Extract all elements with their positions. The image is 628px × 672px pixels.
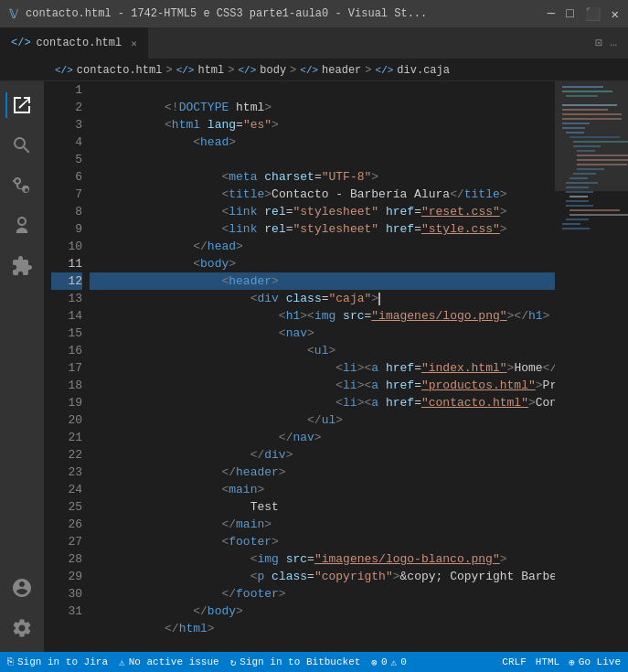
bitbucket-icon: ↻ [230, 656, 237, 668]
status-errors[interactable]: ⊗ 0 ⚠ 0 [371, 656, 406, 668]
warning-icon: ⚠ [119, 656, 125, 668]
status-eol[interactable]: CRLF [502, 656, 526, 668]
breadcrumb: </> contacto.html > </> html > </> body … [0, 59, 628, 81]
activity-explorer[interactable] [5, 89, 38, 122]
tab-filename: contacto.html [37, 37, 122, 49]
status-bitbucket[interactable]: ↻ Sign in to Bitbucket [230, 656, 361, 668]
eol-label: CRLF [502, 656, 526, 667]
svg-rect-24 [566, 200, 589, 202]
status-jira[interactable]: ⎘ Sign in to Jira [7, 656, 108, 667]
code-line: <meta charset="UTF-8"> [90, 151, 555, 168]
breadcrumb-item-1[interactable]: contacto.html [77, 64, 163, 77]
svg-rect-29 [562, 223, 580, 225]
titlebar: 𝕍 contacto.html - 1742-HTML5 e CSS3 part… [0, 0, 628, 27]
more-actions-icon[interactable]: … [610, 36, 617, 50]
window-controls[interactable]: ─ □ ⬛ ✕ [548, 6, 619, 22]
line-numbers: 1 2 3 4 5 6 7 8 9 10 11 12 13 14 15 16 1… [44, 81, 90, 652]
editor-panel[interactable]: 1 2 3 4 5 6 7 8 9 10 11 12 13 14 15 16 1… [44, 81, 628, 652]
breadcrumb-icon-2: </> [176, 65, 195, 76]
minimize-button[interactable]: ─ [548, 6, 555, 22]
activity-settings[interactable] [5, 612, 38, 645]
minimap-viewport [555, 81, 628, 191]
tab-close-button[interactable]: ✕ [131, 37, 137, 49]
breadcrumb-sep-2: > [228, 64, 234, 77]
breadcrumb-item-5[interactable]: div.caja [397, 64, 450, 77]
status-golive[interactable]: ⊕ Go Live [569, 656, 621, 668]
breadcrumb-sep-1: > [165, 64, 172, 77]
svg-rect-22 [566, 191, 593, 193]
breadcrumb-sep-3: > [290, 64, 296, 77]
editor-container: 1 2 3 4 5 6 7 8 9 10 11 12 13 14 15 16 1… [0, 81, 628, 652]
tabbar: </> contacto.html ✕ ⊡ … [0, 27, 628, 59]
jira-label: Sign in to Jira [17, 656, 108, 667]
activity-bar [0, 81, 44, 652]
jira-icon: ⎘ [7, 656, 14, 667]
split-editor-icon[interactable]: ⊡ [595, 36, 602, 50]
svg-rect-25 [566, 205, 593, 207]
code-editor[interactable]: <!DOCTYPE html> <html lang="es"> <head> … [90, 81, 555, 652]
svg-rect-27 [569, 214, 628, 216]
breadcrumb-icon-3: </> [238, 65, 256, 76]
svg-rect-30 [562, 228, 590, 229]
activity-extensions[interactable] [5, 250, 38, 283]
statusbar: ⎘ Sign in to Jira ⚠ No active issue ↻ Si… [0, 652, 628, 672]
code-line: <!DOCTYPE html> [90, 81, 555, 99]
bitbucket-label: Sign in to Bitbucket [239, 656, 360, 667]
window-title: contacto.html - 1742-HTML5 e CSS3 parte1… [26, 7, 540, 20]
status-language[interactable]: HTML [536, 656, 559, 668]
error-icon: ⊗ [371, 656, 378, 668]
activity-debug[interactable] [5, 209, 38, 242]
breadcrumb-icon-5: </> [376, 65, 394, 76]
breadcrumb-item-2[interactable]: html [197, 64, 224, 77]
language-label: HTML [536, 656, 559, 667]
close-button[interactable]: ✕ [612, 6, 619, 22]
status-right: CRLF HTML ⊕ Go Live [502, 656, 621, 668]
issues-label: No active issue [129, 656, 219, 667]
activity-account[interactable] [5, 571, 38, 604]
activity-search[interactable] [5, 129, 38, 162]
maximize-button[interactable]: □ [566, 6, 573, 22]
svg-rect-23 [569, 196, 588, 197]
minimap[interactable] [555, 81, 628, 652]
code-area[interactable]: 1 2 3 4 5 6 7 8 9 10 11 12 13 14 15 16 1… [44, 81, 628, 652]
breadcrumb-icon-4: </> [300, 65, 318, 76]
activity-source-control[interactable] [5, 169, 38, 202]
tab-file-icon: </> [11, 37, 31, 49]
warning-count: 0 [400, 656, 407, 667]
breadcrumb-item-3[interactable]: body [260, 64, 286, 77]
warning-icon2: ⚠ [391, 656, 398, 668]
svg-rect-26 [569, 209, 620, 211]
svg-rect-28 [566, 219, 589, 220]
breadcrumb-sep-4: > [365, 64, 371, 77]
vscode-icon: 𝕍 [9, 6, 18, 22]
restore-button[interactable]: ⬛ [585, 6, 601, 22]
breadcrumb-icon-1: </> [55, 65, 73, 76]
activity-bottom [5, 571, 38, 652]
golive-icon: ⊕ [569, 656, 575, 668]
golive-label: Go Live [579, 656, 621, 667]
breadcrumb-item-4[interactable]: header [322, 64, 361, 77]
tab-bar-actions[interactable]: ⊡ … [595, 36, 628, 50]
status-issues[interactable]: ⚠ No active issue [119, 656, 219, 668]
editor-tab[interactable]: </> contacto.html ✕ [0, 27, 149, 59]
error-count: 0 [381, 656, 388, 667]
